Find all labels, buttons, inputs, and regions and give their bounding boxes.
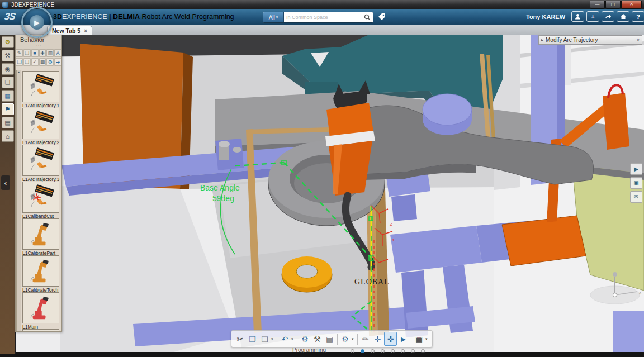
modify-arc-trajectory-panel[interactable]: ▸ Modify Arc Trajectory × [538,35,642,45]
undo-button[interactable]: ↶ [279,332,291,345]
close-button[interactable]: ✕ [621,1,642,9]
page-dot[interactable] [371,349,375,353]
behavior-flow-icon[interactable]: ⚑ [2,103,14,115]
design-tools-icon[interactable]: ⚒ [2,50,14,61]
workcell-dropdown-icon[interactable]: ▾ [425,337,429,341]
list-item-calibratepart[interactable]: L1CalibratePart [22,218,59,256]
dassault-logo: 3S [4,11,16,22]
capture-camera-icon[interactable]: ◉ [2,63,14,75]
page-dot[interactable] [391,349,395,353]
maximize-button[interactable]: ▢ [605,1,621,9]
list-item-calibandcut[interactable]: L1CalibandCut [22,182,59,219]
brand-3d: 3D [53,13,62,21]
list-item-arctrajectory-1[interactable]: L1ArcTrajectory.1 [22,71,59,108]
search-scope-value: All [269,15,275,21]
view-note-icon[interactable]: ✉ [630,191,642,203]
content-pages-icon[interactable]: ❏ [2,77,14,88]
page-dot[interactable] [411,349,415,353]
donut-workpiece[interactable] [282,256,332,292]
search-bar[interactable]: All ▾ [263,12,373,23]
global-frame-label: GLOBAL [354,278,390,286]
tab-label: New Tab 5 [52,27,80,34]
copy-button[interactable]: ❐ [247,332,258,345]
search-icon[interactable] [362,12,373,22]
page-dot[interactable] [421,349,425,353]
new-window-tool-icon[interactable]: ❒ [16,58,23,66]
compass-play-icon: ▶ [34,18,40,27]
robot-manage-button[interactable]: ⚙ [339,332,351,345]
brand-title: 3DEXPERIENCE | DELMIA Robot Arc Weld Pro… [53,13,234,21]
list-item-arctrajectory-3[interactable]: L1ArcTrajectory.3 [22,145,59,182]
robot-simulate-button[interactable]: ⚙ [299,332,311,345]
page-dot[interactable] [351,349,354,353]
robot-manage-dropdown-icon[interactable]: ▾ [352,337,356,341]
panel-collapse-chevron[interactable]: ‹ [1,175,10,190]
robot-export-tool-icon[interactable]: ➔ [54,58,61,66]
torch-weld-button[interactable]: ✏ [359,332,371,345]
help-icon[interactable]: ? [632,11,644,22]
view-play-icon[interactable]: ▶ [630,163,642,175]
3d-compass[interactable]: ▶ [21,7,53,38]
robot-settings-button[interactable]: ⚒ [311,332,323,345]
user-name[interactable]: Tony KAREW [526,13,565,20]
app-icon [2,2,8,8]
validate-tool-icon[interactable]: ✓ [31,58,39,66]
list-item-main[interactable]: L1Main [22,292,59,330]
tag-icon[interactable] [376,11,388,22]
list-item-calibratetorch[interactable]: L1CalibrateTorch [22,255,59,293]
paste-dropdown-icon[interactable]: ▾ [271,337,275,341]
page-dot[interactable] [361,349,364,353]
axis-x-label: X [391,237,395,242]
add-tool-icon[interactable]: ✚ [39,49,46,57]
panel-overflow-icon[interactable]: ⋯ [16,45,61,49]
table-tool-icon[interactable]: ▦ [39,58,46,66]
scroll-up-icon[interactable]: ▲ [17,70,21,74]
teach-button[interactable]: ✜ [384,332,397,346]
action-toolbar: ✂ ❐ ❏ ▾ ↶ ▾ ⚙ ⚒ ▤ ⚙ ▾ ✏ ✛ ✜ ► ▦ ▾ [231,330,433,348]
window-titlebar[interactable]: 3DEXPERIENCE — ▢ ✕ [0,0,644,9]
panel-expand-icon[interactable]: ▸ [539,37,546,42]
base-angle-label-1: Base Angle [200,183,240,192]
page-dot[interactable] [381,349,385,353]
application-window: Z X Base Angle 59deg GLOBAL x 3DEXPERIEN… [0,0,644,357]
data-grid-icon[interactable]: ▤ [2,117,14,128]
brand-suite: Robot Arc Weld Programming [141,13,234,21]
task-clipboard-button[interactable]: ▤ [324,332,335,345]
list-scrollbar[interactable]: ▲ [16,70,21,331]
copy-page-tool-icon[interactable]: ❏ [23,58,31,66]
modify-panel-close-icon[interactable]: × [634,37,642,43]
add-icon[interactable]: + [586,11,599,22]
home-icon[interactable] [617,11,629,22]
undo-dropdown-icon[interactable]: ▾ [291,337,295,341]
behavior-list[interactable]: ▲ L1ArcTrajectory.1 L1ArcTrajectory.2 L1… [16,70,61,331]
model-gear-icon[interactable]: ⚙ [2,36,14,48]
brand-app: DELMIA [113,13,140,21]
split-panel-tool-icon[interactable]: ▥ [46,49,54,57]
minimize-button[interactable]: — [590,1,605,9]
section-page-dots[interactable] [351,349,425,353]
paint-tool-icon[interactable]: ✎ [16,49,23,57]
page-dot[interactable] [401,349,405,353]
torch-align-button[interactable]: ✛ [372,332,383,345]
cut-button[interactable]: ✂ [234,332,246,345]
workcell-device-button[interactable]: ▦ [413,332,425,345]
3d-viewport[interactable]: Z X Base Angle 59deg GLOBAL x [0,0,644,357]
view-screen-icon[interactable]: ▣ [630,177,642,189]
fill-square-tool-icon[interactable]: ■ [31,49,39,57]
robot-task-tool-icon[interactable]: ⚙ [46,58,54,66]
tab-new-tab-5[interactable]: New Tab 5 × [47,26,92,35]
search-input[interactable] [284,12,362,22]
jog-button[interactable]: ► [397,332,409,345]
home-strip-icon[interactable]: ⌂ [2,130,14,142]
paste-button[interactable]: ❏ [259,332,271,345]
device-machine-icon[interactable]: ▦ [2,90,14,102]
share-icon[interactable] [602,11,614,22]
list-item-partial[interactable] [22,329,59,331]
window-tool-icon[interactable]: ❐ [23,49,31,57]
user-icon[interactable] [571,11,584,22]
list-item-arctrajectory-2[interactable]: L1ArcTrajectory.2 [22,108,59,145]
text-style-tool-icon[interactable]: A [54,49,61,57]
behavior-panel: Behavior ⋯ ✎ ❐ ■ ✚ ▥ A ❒ ❏ ✓ ▦ ⚙ ➔ ▲ L1A… [15,35,62,332]
tab-close-icon[interactable]: × [84,28,87,34]
search-scope-dropdown[interactable]: All ▾ [263,12,284,22]
